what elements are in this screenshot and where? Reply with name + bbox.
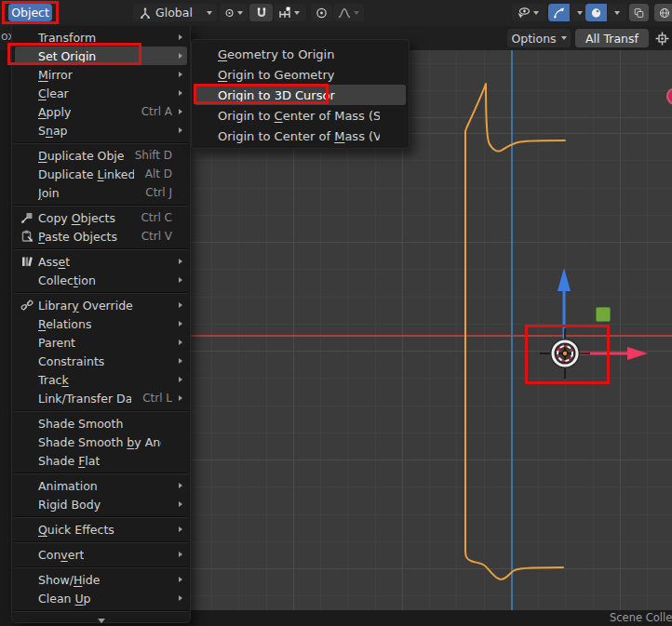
- proportional-editing-toggle[interactable]: [311, 4, 332, 21]
- submenu-item-geometry-to-origin[interactable]: Geometry to Origin: [195, 44, 406, 64]
- menu-item-shortcut: Ctrl V: [130, 230, 172, 243]
- menu-item-relations[interactable]: Relations: [15, 314, 187, 333]
- submenu-arrow-icon: [172, 109, 182, 114]
- submenu-arrow-icon: [172, 127, 182, 133]
- menu-item-label: Library Override: [38, 299, 133, 313]
- menu-item-paste-objects[interactable]: Paste ObjectsCtrl V: [15, 227, 187, 246]
- submenu-item-origin-to-center-of-mass-volume[interactable]: Origin to Center of Mass (Volume): [195, 126, 406, 146]
- menu-item-mirror[interactable]: Mirror: [15, 65, 187, 84]
- submenu-arrow-icon: [172, 577, 182, 582]
- pivot-point-dropdown[interactable]: [220, 4, 248, 21]
- menu-item-animation[interactable]: Animation: [15, 476, 187, 495]
- menu-item-copy-objects[interactable]: Copy ObjectsCtrl C: [15, 208, 187, 227]
- active-collection-label: Scene Collec: [610, 611, 672, 624]
- falloff-curve-icon: [338, 7, 351, 20]
- menu-item-duplicate-linked[interactable]: Duplicate LinkedAlt D: [15, 165, 187, 183]
- submenu-item-origin-to-center-of-mass-surface[interactable]: Origin to Center of Mass (Surface): [195, 105, 406, 126]
- menu-item-label: Origin to 3D Cursor: [218, 88, 335, 102]
- menu-item-label: Link/Transfer Data: [38, 392, 131, 406]
- menu-item-link-transfer-data[interactable]: Link/Transfer DataCtrl L: [15, 389, 187, 407]
- menu-item-shortcut: Ctrl A: [130, 105, 172, 118]
- menu-item-label: Collection: [38, 273, 96, 287]
- menu-item-constraints[interactable]: Constraints: [15, 352, 187, 370]
- axes-icon: [138, 6, 153, 20]
- submenu-arrow-icon: [172, 72, 182, 77]
- menu-item-quick-effects[interactable]: Quick Effects: [15, 520, 187, 539]
- menu-item-show-hide[interactable]: Show/Hide: [15, 570, 187, 589]
- library-override-icon: [20, 298, 34, 313]
- chevron-down-icon: [561, 36, 567, 40]
- magnet-icon: [255, 7, 268, 20]
- viewport-shading-button[interactable]: [585, 4, 607, 21]
- menu-item-label: Show/Hide: [38, 573, 100, 587]
- menu-item-apply[interactable]: ApplyCtrl A: [15, 102, 187, 121]
- menu-item-label: Constraints: [38, 354, 104, 368]
- menu-separator: [12, 246, 190, 252]
- menu-item-rigid-body[interactable]: Rigid Body: [15, 495, 187, 513]
- menu-item-shortcut: Ctrl C: [129, 211, 172, 224]
- menu-item-collection[interactable]: Collection: [15, 271, 187, 289]
- menu-item-label: Paste Objects: [38, 230, 117, 244]
- chevron-down-icon: [533, 11, 539, 15]
- menu-item-clear[interactable]: Clear: [15, 84, 187, 102]
- object-menu: TransformSet OriginMirrorClearApplyCtrl …: [11, 26, 191, 623]
- menu-item-shortcut: Ctrl J: [134, 186, 172, 199]
- menu-item-duplicate-objects[interactable]: Duplicate ObjectsShift D: [15, 146, 187, 165]
- menu-item-label: Track: [38, 373, 69, 387]
- menu-separator: [12, 513, 190, 520]
- menu-item-set-origin[interactable]: Set Origin: [15, 47, 187, 65]
- menu-item-join[interactable]: JoinCtrl J: [15, 183, 187, 202]
- object-menu-button[interactable]: Object: [8, 4, 52, 21]
- menu-item-label: Convert: [38, 548, 84, 562]
- menu-item-transform[interactable]: Transform: [15, 28, 187, 47]
- submenu-item-origin-to-3d-cursor[interactable]: Origin to 3D Cursor: [195, 85, 406, 105]
- viewport-header: Object Global: [0, 0, 672, 26]
- options-dropdown[interactable]: Options: [507, 29, 571, 47]
- menu-item-label: Copy Objects: [38, 211, 115, 225]
- shading-dropdown[interactable]: [608, 4, 626, 21]
- all-transform-label: All Transf: [585, 32, 638, 46]
- blender-window: ox Options All Transf Scene Collec Objec…: [0, 0, 672, 626]
- submenu-arrow-icon: [172, 483, 182, 488]
- submenu-item-origin-to-geometry[interactable]: Origin to Geometry: [195, 64, 406, 85]
- menu-item-shade-smooth-by-angle[interactable]: Shade Smooth by Angle: [15, 433, 187, 451]
- globe-toggle[interactable]: [654, 4, 672, 21]
- menu-item-library-override[interactable]: Library Override: [15, 296, 187, 314]
- menu-item-label: Animation: [38, 479, 98, 493]
- menu-item-parent[interactable]: Parent: [15, 333, 187, 352]
- menu-item-asset[interactable]: Asset: [15, 252, 187, 271]
- transform-orientation-dropdown[interactable]: Global: [133, 4, 217, 21]
- menu-item-label: Relations: [38, 317, 91, 331]
- submenu-arrow-icon: [172, 53, 182, 59]
- menu-item-clean-up[interactable]: Clean Up: [15, 589, 187, 607]
- menu-item-label: Origin to Center of Mass (Volume): [218, 129, 380, 143]
- submenu-arrow-icon: [172, 595, 182, 601]
- snap-increment-icon: [278, 7, 291, 20]
- menu-item-shade-flat[interactable]: Shade Flat: [15, 451, 187, 470]
- submenu-arrow-icon: [172, 340, 182, 345]
- menu-item-label: Transform: [38, 31, 96, 45]
- menu-item-shade-smooth[interactable]: Shade Smooth: [15, 414, 187, 433]
- all-transform-button[interactable]: All Transf: [575, 29, 649, 47]
- menu-scroll-down-icon[interactable]: [12, 615, 190, 626]
- snap-settings-dropdown[interactable]: [274, 4, 306, 21]
- menu-item-label: Set Origin: [38, 49, 96, 63]
- chevron-down-icon: [354, 11, 359, 15]
- menu-item-label: Rigid Body: [38, 498, 101, 512]
- submenu-arrow-icon: [172, 358, 182, 364]
- snap-toggle-button[interactable]: [249, 4, 273, 21]
- menu-separator: [12, 607, 190, 614]
- menu-item-track[interactable]: Track: [15, 370, 187, 389]
- menu-item-convert[interactable]: Convert: [15, 545, 187, 564]
- cursor-tool-icon[interactable]: [652, 29, 671, 47]
- proportional-falloff-dropdown[interactable]: [333, 4, 364, 21]
- set-origin-submenu: Geometry to OriginOrigin to GeometryOrig…: [191, 39, 410, 149]
- menu-item-label: Clear: [38, 87, 69, 100]
- submenu-arrow-icon: [172, 259, 182, 264]
- show-gizmo-dropdown[interactable]: [512, 4, 546, 21]
- orientation-value: Global: [155, 6, 193, 20]
- menu-item-snap[interactable]: Snap: [15, 121, 187, 140]
- gizmo-toggle-button[interactable]: [548, 4, 570, 21]
- submenu-arrow-icon: [172, 552, 182, 557]
- show-overlays-toggle[interactable]: [629, 4, 649, 21]
